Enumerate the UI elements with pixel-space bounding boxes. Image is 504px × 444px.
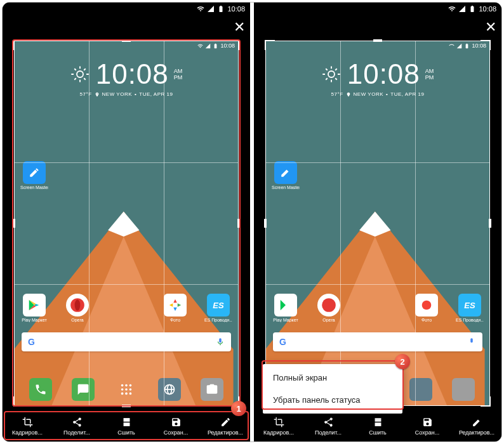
close-button[interactable]: ✕ — [234, 19, 245, 36]
save-button[interactable]: Сохран... — [151, 411, 201, 441]
phone-left: 10:08 ✕ 10:08 10: — [3, 3, 250, 441]
status-time: 10:08 — [479, 5, 496, 13]
share-button[interactable]: Поделит... — [303, 411, 353, 441]
status-time: 10:08 — [227, 5, 245, 13]
edit-button[interactable]: Редактиров... — [452, 411, 501, 441]
svg-rect-42 — [375, 418, 381, 422]
svg-rect-43 — [375, 422, 381, 426]
popup-remove-statusbar[interactable]: Убрать панель статуса — [263, 389, 402, 411]
crop-frame[interactable]: 10:08 10:08 AMPM 57°F NEW YORK • TUE, AP… — [14, 41, 239, 406]
crop-button[interactable]: Кадриров... — [3, 411, 52, 441]
crop-menu-popup: Полный экран Убрать панель статуса — [263, 364, 402, 414]
signal-icon — [458, 5, 466, 13]
wifi-icon — [448, 5, 456, 13]
editor-toolbar: Кадриров... Поделит... Сшить Сохран... Р… — [3, 411, 250, 441]
share-button[interactable]: Поделит... — [52, 411, 102, 441]
system-statusbar: 10:08 — [3, 3, 250, 15]
svg-rect-26 — [123, 418, 129, 422]
screenshot-editor: ✕ 10:08 10:08 AMPM — [254, 15, 501, 411]
crop-button[interactable]: Кадриров... — [254, 411, 303, 441]
badge-1: 1 — [231, 401, 246, 416]
screenshot-editor: ✕ 10:08 10:08 AM — [3, 15, 250, 411]
system-statusbar: 10:08 — [254, 3, 501, 15]
save-button[interactable]: Сохран... — [402, 411, 452, 441]
phone-right: 10:08 ✕ 10:08 10:08 — [254, 3, 501, 441]
close-button[interactable]: ✕ — [485, 19, 496, 36]
stitch-button[interactable]: Сшить — [353, 411, 402, 441]
signal-icon — [207, 5, 215, 13]
battery-icon — [217, 5, 225, 13]
battery-icon — [468, 5, 476, 13]
wifi-icon — [197, 5, 204, 13]
stitch-button[interactable]: Сшить — [102, 411, 151, 441]
badge-2: 2 — [395, 354, 410, 369]
crop-frame[interactable]: 10:08 10:08 AMPM 57°F NEW YORK•TUE, APR … — [265, 41, 490, 406]
popup-fullscreen[interactable]: Полный экран — [263, 367, 402, 389]
svg-rect-27 — [123, 422, 129, 426]
editor-toolbar: Кадриров... Поделит... Сшить Сохран... Р… — [254, 411, 501, 441]
edit-button[interactable]: Редактиров... — [201, 411, 250, 441]
